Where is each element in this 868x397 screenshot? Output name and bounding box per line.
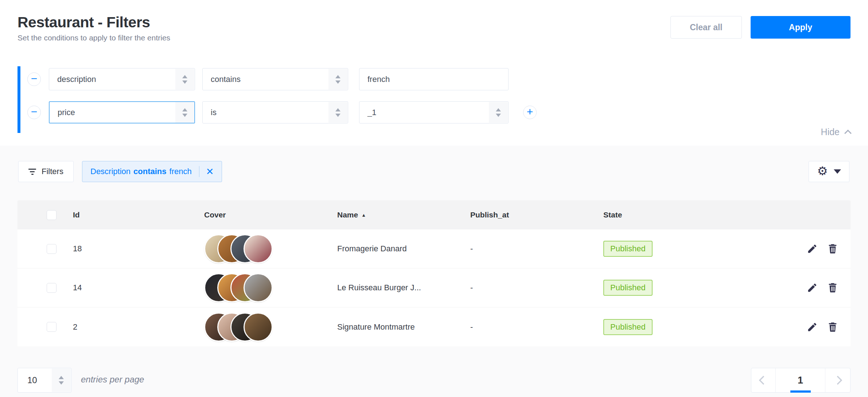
row-actions: [789, 282, 851, 293]
previous-page-button[interactable]: [751, 368, 775, 392]
cell-name: Fromagerie Danard: [337, 244, 470, 253]
page-header: Restaurant - Filters Set the conditions …: [0, 0, 868, 42]
column-header-state[interactable]: State: [603, 211, 789, 219]
header-actions: Clear all Apply: [670, 16, 851, 39]
filter-value-input[interactable]: [359, 68, 509, 90]
clear-all-button[interactable]: Clear all: [670, 16, 742, 39]
filter-field-select[interactable]: price: [49, 101, 195, 123]
table-row[interactable]: 18 Fromagerie Danard - Published: [17, 229, 851, 268]
apply-button[interactable]: Apply: [751, 16, 851, 39]
entries-per-page-label: entries per page: [81, 374, 144, 385]
active-filter-tag[interactable]: Description contains french ✕: [82, 161, 222, 182]
row-checkbox[interactable]: [47, 244, 57, 254]
select-value: contains: [211, 75, 241, 84]
table-row[interactable]: 14 Le Ruisseau Burger J... - Published: [17, 268, 851, 307]
remove-condition-button[interactable]: −: [27, 106, 41, 119]
select-value: 10: [27, 375, 37, 385]
select-all-checkbox[interactable]: [47, 210, 57, 220]
page-title-block: Restaurant - Filters Set the conditions …: [17, 14, 170, 42]
cell-state: Published: [603, 280, 789, 296]
tag-divider: [199, 166, 199, 177]
filters-button[interactable]: Filters: [18, 161, 74, 182]
table-header-row: Id Cover Name ▲ Publish_at State: [17, 200, 851, 229]
tag-field: Description: [90, 167, 131, 176]
row-checkbox[interactable]: [47, 283, 57, 293]
select-value: is: [211, 108, 217, 117]
row-actions: [789, 322, 851, 333]
remove-filter-tag-icon[interactable]: ✕: [206, 167, 214, 176]
cell-publish-at: -: [470, 244, 603, 253]
cell-id: 18: [73, 244, 204, 253]
add-condition-button[interactable]: +: [523, 106, 537, 119]
table-body: 18 Fromagerie Danard - Published 14 Le R…: [17, 229, 851, 346]
cover-avatar: [244, 273, 273, 302]
select-spinner-icon: [328, 102, 347, 123]
select-value: description: [57, 75, 96, 84]
column-header-name[interactable]: Name ▲: [337, 211, 470, 219]
filters-button-label: Filters: [42, 167, 63, 176]
select-spinner-icon: [328, 69, 347, 90]
delete-trash-icon[interactable]: [827, 282, 838, 293]
filter-operator-select[interactable]: is: [202, 101, 348, 123]
column-header-publish-at[interactable]: Publish_at: [470, 211, 603, 219]
filter-accent-bar: [17, 66, 20, 133]
restaurant-filters-page: Restaurant - Filters Set the conditions …: [0, 0, 868, 397]
edit-pencil-icon[interactable]: [807, 243, 818, 254]
cover-stack: [204, 313, 337, 342]
list-toolbar: Filters Description contains french ✕ ⚙: [17, 161, 851, 182]
page-number: 1: [798, 375, 803, 386]
hide-label: Hide: [821, 127, 840, 137]
column-header-cover[interactable]: Cover: [204, 211, 337, 219]
cell-publish-at: -: [470, 283, 603, 292]
chevron-up-icon: [844, 129, 852, 137]
list-footer: 10 entries per page 1: [17, 368, 851, 393]
filter-condition-row: − price is _1 +: [17, 101, 851, 123]
filter-builder: − description contains −: [17, 66, 851, 139]
status-badge: Published: [603, 241, 653, 257]
cover-stack: [204, 234, 337, 263]
chevron-right-icon: [833, 376, 842, 385]
caret-down-icon: [834, 169, 841, 174]
select-value: price: [58, 108, 75, 117]
pagination: 1: [751, 368, 851, 393]
select-spinner-icon: [489, 102, 508, 123]
edit-pencil-icon[interactable]: [807, 322, 818, 333]
page-title: Restaurant - Filters: [17, 14, 170, 31]
select-spinner-icon: [52, 369, 71, 392]
page-subtitle: Set the conditions to apply to filter th…: [17, 34, 170, 42]
cell-publish-at: -: [470, 322, 603, 332]
tag-operator: contains: [133, 167, 166, 176]
list-view-section: Filters Description contains french ✕ ⚙ …: [0, 146, 868, 397]
filter-operator-select[interactable]: contains: [202, 68, 348, 90]
row-actions: [789, 243, 851, 254]
row-checkbox[interactable]: [47, 322, 57, 332]
cell-id: 14: [73, 283, 204, 292]
delete-trash-icon[interactable]: [827, 322, 838, 333]
cover-stack: [204, 273, 337, 302]
cell-name: Le Ruisseau Burger J...: [337, 283, 470, 292]
entries-per-page-select[interactable]: 10: [17, 368, 71, 393]
cell-name: Signature Montmartre: [337, 322, 470, 332]
delete-trash-icon[interactable]: [827, 243, 838, 254]
hide-filters-link[interactable]: Hide: [821, 127, 851, 137]
status-badge: Published: [603, 319, 653, 335]
cover-avatar: [244, 313, 273, 342]
chevron-left-icon: [759, 376, 768, 385]
table-row[interactable]: 2 Signature Montmartre - Published: [17, 307, 851, 346]
select-value: _1: [367, 108, 376, 117]
filter-value-select[interactable]: _1: [359, 101, 509, 123]
cover-avatar: [244, 234, 273, 263]
settings-dropdown-button[interactable]: ⚙: [809, 161, 849, 182]
cell-state: Published: [603, 241, 789, 257]
status-badge: Published: [603, 280, 653, 296]
next-page-button[interactable]: [825, 368, 850, 392]
tag-value: french: [170, 167, 192, 176]
select-spinner-icon: [175, 102, 194, 123]
column-header-id[interactable]: Id: [73, 211, 204, 219]
filter-field-select[interactable]: description: [49, 68, 195, 90]
remove-condition-button[interactable]: −: [27, 72, 41, 86]
current-page-button[interactable]: 1: [775, 368, 825, 392]
edit-pencil-icon[interactable]: [807, 282, 818, 293]
select-spinner-icon: [175, 69, 194, 90]
sort-asc-icon: ▲: [361, 212, 366, 218]
